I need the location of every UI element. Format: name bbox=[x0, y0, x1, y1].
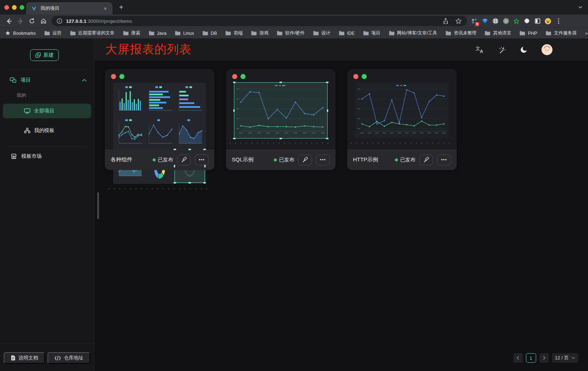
forward-button[interactable] bbox=[15, 16, 26, 26]
selection-handle[interactable] bbox=[173, 182, 176, 184]
bookmarks-overflow-chevron[interactable]: » bbox=[585, 30, 588, 36]
bookmark-folder[interactable]: IDE bbox=[339, 31, 355, 36]
bookmark-folder[interactable]: PHP bbox=[519, 31, 537, 36]
bookmark-folder[interactable]: 资讯未整理 bbox=[445, 30, 477, 36]
repo-label: 仓库地址 bbox=[64, 355, 83, 361]
tab-favicon-icon bbox=[31, 5, 37, 11]
ext-blue-gem-icon[interactable] bbox=[480, 16, 490, 26]
selection-handle[interactable] bbox=[279, 138, 282, 139]
selection-handle[interactable] bbox=[173, 149, 176, 150]
tab-close-icon[interactable]: × bbox=[102, 6, 108, 11]
next-page-button[interactable] bbox=[539, 353, 549, 363]
edit-project-button[interactable] bbox=[177, 154, 191, 165]
home-button[interactable] bbox=[38, 16, 49, 26]
moon-icon[interactable] bbox=[520, 46, 528, 54]
url-bar[interactable]: 127.0.0.1:3000/#/project/items bbox=[52, 16, 467, 26]
bookmark-folder[interactable]: 其他语言 bbox=[485, 30, 511, 36]
extensions-row: 9 bbox=[469, 16, 564, 26]
bookmark-folder[interactable]: Java bbox=[149, 31, 166, 36]
hammer-icon bbox=[181, 157, 187, 163]
site-info-icon[interactable] bbox=[57, 18, 62, 24]
selection-handle[interactable] bbox=[327, 109, 328, 112]
scrollbar-thumb[interactable] bbox=[97, 192, 99, 219]
prev-page-button[interactable] bbox=[513, 353, 523, 363]
bookmark-folder-label: IDE bbox=[347, 31, 355, 36]
sidebar-section-projects[interactable]: 项目 bbox=[0, 70, 94, 83]
traffic-light-minimize[interactable] bbox=[12, 5, 17, 10]
project-card[interactable]: SQL示例 已发布 ••• bbox=[226, 69, 336, 170]
bookmark-folder[interactable]: 设计 bbox=[313, 30, 330, 36]
edit-project-button[interactable] bbox=[419, 154, 433, 165]
ext-command-circle-icon[interactable] bbox=[490, 16, 501, 26]
ext-puzzle-icon[interactable] bbox=[522, 16, 532, 26]
more-options-button[interactable]: ••• bbox=[316, 154, 330, 165]
ext-contrast-icon[interactable] bbox=[532, 16, 543, 26]
selection-handle[interactable] bbox=[188, 182, 191, 184]
ext-green-dot-icon[interactable] bbox=[501, 16, 511, 26]
bookmark-folder[interactable]: 近期需要读的文章 bbox=[70, 30, 115, 36]
selection-handle[interactable] bbox=[204, 165, 206, 168]
translate-icon[interactable]: 文A bbox=[476, 46, 484, 54]
selection-handle[interactable] bbox=[233, 109, 235, 112]
selection-handle[interactable] bbox=[203, 149, 206, 150]
new-tab-button[interactable]: + bbox=[117, 3, 126, 12]
bookmark-folder[interactable]: 运营 bbox=[44, 30, 62, 36]
sidebar-item-my-templates[interactable]: 我的模板 bbox=[3, 123, 91, 138]
share-icon[interactable] bbox=[443, 18, 449, 25]
folder-icon bbox=[70, 31, 76, 36]
bookmark-folder[interactable]: 网站/博客/文章/工具 bbox=[389, 30, 437, 36]
selection-handle[interactable] bbox=[233, 138, 236, 139]
bookmark-folder[interactable]: 搜索 bbox=[123, 30, 140, 36]
new-project-button[interactable]: 新建 bbox=[30, 49, 59, 61]
tab-search-chevron-icon[interactable] bbox=[578, 5, 583, 10]
ext-blocks-badge-icon[interactable]: 9 bbox=[469, 16, 480, 26]
mini-chart-hbars bbox=[175, 84, 205, 117]
repo-button[interactable]: 仓库地址 bbox=[48, 352, 90, 364]
mini-chart-hbars bbox=[145, 84, 174, 117]
chevron-up-icon[interactable] bbox=[82, 79, 87, 82]
browser-tab[interactable]: 我的项目 × bbox=[26, 2, 112, 15]
sidebar-item-all-projects[interactable]: 全部项目 bbox=[3, 104, 91, 118]
bookmark-folder-label: 其他语言 bbox=[493, 30, 511, 36]
bookmark-folder[interactable]: 游戏 bbox=[251, 30, 268, 36]
folder-icon bbox=[485, 31, 490, 36]
avatar[interactable] bbox=[542, 44, 552, 55]
magic-wand-icon[interactable] bbox=[498, 46, 506, 54]
current-page[interactable]: 1 bbox=[526, 353, 536, 363]
bookmark-star-icon[interactable] bbox=[455, 18, 462, 24]
selection-handle[interactable] bbox=[326, 82, 329, 83]
selection-handle[interactable] bbox=[233, 82, 236, 83]
selection-handle[interactable] bbox=[188, 149, 191, 150]
project-title: SQL示例 bbox=[232, 156, 254, 163]
browser-menu-button[interactable] bbox=[553, 16, 564, 26]
bookmark-folder[interactable]: 软件/硬件 bbox=[277, 30, 304, 36]
selection-handle[interactable] bbox=[326, 138, 329, 139]
project-card[interactable]: 25.00% 各种组件 已发布 ••• bbox=[105, 69, 214, 170]
page-size-select[interactable]: 12 / 页 bbox=[552, 353, 578, 363]
more-options-button[interactable]: ••• bbox=[195, 154, 209, 165]
traffic-light-zoom[interactable] bbox=[20, 5, 24, 10]
project-card[interactable]: HTTP示例 已发布 ••• bbox=[347, 69, 457, 170]
app-window: 新建 项目 我的 全部项目 我的模板 bbox=[0, 38, 588, 371]
ext-green-star-icon[interactable] bbox=[511, 16, 522, 26]
bookmark-folder[interactable]: Linux bbox=[175, 31, 194, 36]
bookmark-folder[interactable]: 项目 bbox=[363, 30, 381, 36]
selection-handle[interactable] bbox=[203, 182, 206, 184]
ext-emoji-icon[interactable] bbox=[543, 16, 553, 26]
bookmark-folder[interactable]: 前端 bbox=[225, 30, 243, 36]
selection-handle[interactable] bbox=[174, 165, 175, 168]
bookmarks-manager[interactable]: Bookmarks bbox=[5, 30, 36, 36]
mini-chart-line bbox=[145, 117, 174, 150]
traffic-light-close[interactable] bbox=[4, 5, 9, 10]
bookmark-folder[interactable]: DB bbox=[202, 31, 217, 36]
back-button[interactable] bbox=[3, 16, 15, 26]
status-badge: 已发布 bbox=[158, 157, 173, 163]
reload-button[interactable] bbox=[26, 16, 38, 26]
selection-handle[interactable] bbox=[279, 82, 282, 83]
bookmark-folder[interactable]: 文件服务器 bbox=[546, 30, 577, 36]
edit-project-button[interactable] bbox=[298, 154, 312, 165]
sidebar-item-template-market[interactable]: 模板市场 bbox=[0, 147, 94, 160]
status-badge: 已发布 bbox=[400, 157, 415, 163]
more-options-button[interactable]: ••• bbox=[437, 154, 451, 165]
docs-button[interactable]: 说明文档 bbox=[4, 352, 45, 364]
